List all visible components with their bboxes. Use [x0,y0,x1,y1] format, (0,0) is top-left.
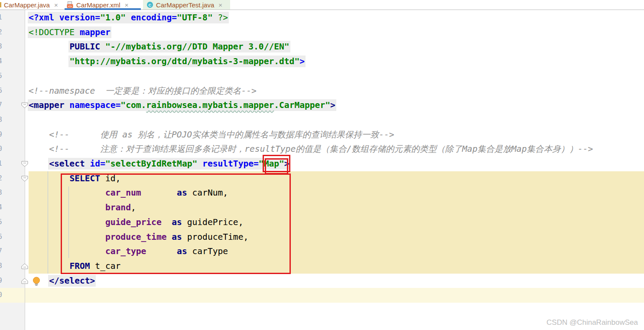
test-class-icon: C [146,1,153,8]
tab-carmappertest-java[interactable]: CCarMapperTest.java× [143,0,230,10]
line-number-20: 20 [0,291,2,299]
code-line-4[interactable]: "http://mybatis.org/dtd/mybatis-3-mapper… [29,54,305,69]
code-line-7[interactable]: <mapper namespace="com.rainbowsea.mybati… [29,98,335,113]
line-number-8: 8 [0,115,2,124]
tab-label: CarMapper.xml [76,1,120,9]
fold-marker-down[interactable] [21,102,28,108]
code-line-6[interactable]: <!--namespace 一定要是：对应的接口的全限定类名--> [29,84,257,98]
red-annotation-sql-block-box [61,173,291,274]
fold-marker-down[interactable] [21,176,28,182]
line-number-7: 7 [0,101,2,109]
line-number-15: 15 [0,218,2,226]
code-line-9[interactable]: <!-- 使用 as 别名，让POJO实体类当中的属性名与数据库的查询结果保持一… [29,127,394,142]
red-annotation-map-value-box-inner [265,158,288,174]
svg-text:C: C [149,3,152,7]
csdn-watermark: CSDN @ChinaRainbowSea [546,318,638,327]
java-file-icon-clipped [0,2,1,7]
close-tab-icon[interactable]: × [125,2,129,8]
svg-text:<>: <> [68,4,72,8]
line-number-3: 3 [0,42,2,50]
editor-tab-bar: CarMapper.java×<>CarMapper.xml×CCarMappe… [0,0,644,10]
intention-lightbulb-icon[interactable] [33,277,40,286]
line-number-1: 1 [0,13,2,21]
xml-file-icon: <> [67,1,74,8]
active-tab-underline [65,8,141,10]
line-number-14: 14 [0,203,2,211]
line-number-11: 11 [0,159,2,167]
code-line-2[interactable]: <!DOCTYPE mapper [29,25,111,40]
code-line-1[interactable]: <?xml version="1.0" encoding="UTF-8" ?> [29,10,228,25]
ide-window: <?xml version="1.0" encoding="UTF-8" ?><… [0,0,644,330]
line-number-2: 2 [0,28,2,36]
close-tab-icon[interactable]: × [218,2,222,8]
tab-label: CarMapper.java [4,1,50,9]
line-number-6: 6 [0,86,2,95]
code-line-3[interactable]: PUBLIC "-//mybatis.org//DTD Mapper 3.0//… [29,39,289,54]
tab-label: CarMapperTest.java [156,1,214,9]
tab-carmapper-java[interactable]: CarMapper.java× [0,0,63,10]
line-number-4: 4 [0,57,2,65]
line-number-18: 18 [0,261,2,270]
line-number-10: 10 [0,144,2,153]
line-number-5: 5 [0,72,2,80]
line-number-12: 12 [0,174,2,182]
line-number-19: 19 [0,276,2,284]
fold-marker-down[interactable] [21,161,28,167]
fold-marker-up[interactable] [21,263,28,269]
line-number-13: 13 [0,188,2,196]
fold-marker-up[interactable] [21,278,28,284]
close-tab-icon[interactable]: × [54,2,58,8]
line-number-16: 16 [0,232,2,241]
code-line-11[interactable]: <select id="selectByIdRetMap" resultType… [29,157,289,171]
line-number-9: 9 [0,130,2,138]
line-number-17: 17 [0,247,2,255]
code-line-10[interactable]: <!-- 注意：对于查询结果返回多条记录时，resultType的值是（集合/数… [29,142,593,157]
caret-line-highlight [0,288,644,303]
